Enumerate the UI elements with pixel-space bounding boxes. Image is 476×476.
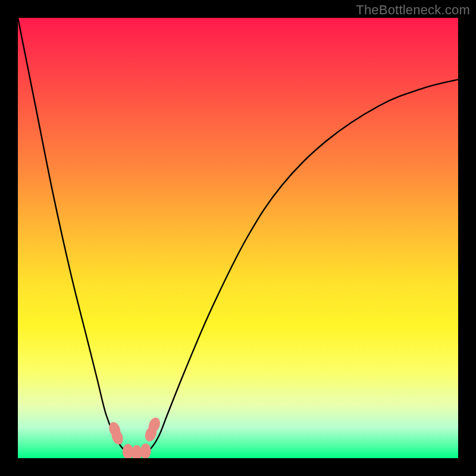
bottleneck-curve: [18, 18, 458, 454]
curve-markers: [107, 416, 162, 458]
bottom-marker-3: [140, 443, 151, 458]
plot-area: [18, 18, 458, 458]
watermark-text: TheBottleneck.com: [356, 2, 470, 18]
curve-layer: [18, 18, 458, 458]
chart-frame: TheBottleneck.com: [0, 0, 476, 476]
